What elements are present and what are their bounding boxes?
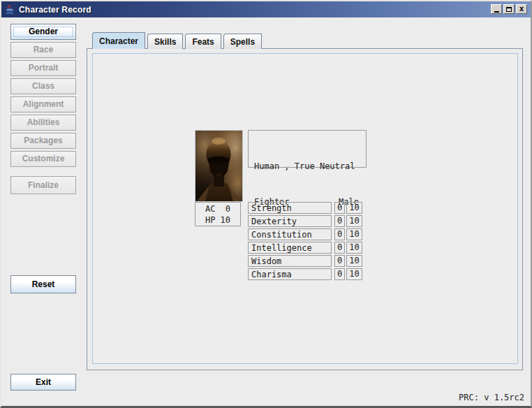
class-button[interactable]: Class [10, 78, 76, 94]
tab-skills[interactable]: Skills [147, 34, 183, 49]
ability-score: 10 [346, 202, 362, 214]
reset-button[interactable]: Reset [10, 275, 76, 293]
ac-value: 0 [219, 205, 230, 214]
table-row: Intelligence 0 10 [248, 242, 362, 254]
close-icon: x [519, 6, 524, 13]
ability-name: Wisdom [248, 255, 332, 267]
java-cup-icon [4, 4, 15, 15]
ability-name: Dexterity [248, 215, 332, 227]
table-row: Strength 0 10 [248, 202, 362, 214]
packages-button[interactable]: Packages [10, 133, 76, 149]
status-version-label: PRC: v 1.5rc2 [459, 393, 524, 402]
table-row: Dexterity 0 10 [248, 215, 362, 227]
minimize-button[interactable] [491, 4, 502, 14]
table-row: Wisdom 0 10 [248, 255, 362, 267]
ability-name: Intelligence [248, 242, 332, 254]
ability-score: 10 [346, 228, 362, 240]
tab-feats[interactable]: Feats [185, 34, 221, 49]
ability-name: Strength [248, 202, 332, 214]
hp-value: 10 [219, 216, 230, 226]
portrait-button[interactable]: Portrait [10, 60, 76, 76]
hp-label: HP [205, 216, 219, 226]
ability-mod: 0 [334, 268, 345, 280]
ability-score: 10 [346, 268, 362, 280]
exit-button[interactable]: Exit [10, 374, 76, 391]
ability-mod: 0 [334, 215, 345, 227]
abilities-button[interactable]: Abilities [10, 115, 76, 131]
summary-race-alignment: Human , True Neutral [254, 161, 359, 173]
customize-button[interactable]: Customize [10, 151, 76, 167]
alignment-button[interactable]: Alignment [10, 96, 76, 112]
tab-bar: Character Skills Feats Spells [92, 34, 262, 49]
window-title: Character Record [19, 5, 91, 15]
ac-label: AC [205, 205, 219, 214]
tab-spells[interactable]: Spells [223, 34, 262, 49]
ability-name: Charisma [248, 268, 332, 280]
character-summary-box: Human , True Neutral Fighter - Male [248, 130, 367, 168]
ability-mod: 0 [334, 242, 345, 254]
table-row: Charisma 0 10 [248, 268, 362, 280]
abilities-table: Strength 0 10 Dexterity 0 10 Constitutio… [248, 202, 362, 280]
table-row: Constitution 0 10 [248, 228, 362, 240]
maximize-icon [506, 7, 512, 12]
title-bar[interactable]: Character Record x [1, 1, 531, 17]
gender-button[interactable]: Gender [10, 24, 76, 40]
app-window: Character Record x Gender Race Portrait … [0, 0, 532, 408]
ability-mod: 0 [334, 202, 345, 214]
minimize-icon [494, 11, 499, 13]
ability-name: Constitution [248, 228, 332, 240]
combat-stats-box: AC 0 HP 10 [195, 202, 241, 226]
ability-mod: 0 [334, 255, 345, 267]
ability-score: 10 [346, 215, 362, 227]
tab-character[interactable]: Character [92, 32, 145, 49]
close-button[interactable]: x [516, 4, 527, 14]
ability-score: 10 [346, 242, 362, 254]
finalize-button[interactable]: Finalize [10, 176, 76, 194]
character-portrait [195, 130, 243, 202]
ability-score: 10 [346, 255, 362, 267]
ability-mod: 0 [334, 228, 345, 240]
maximize-button[interactable] [503, 4, 515, 14]
race-button[interactable]: Race [10, 42, 76, 58]
